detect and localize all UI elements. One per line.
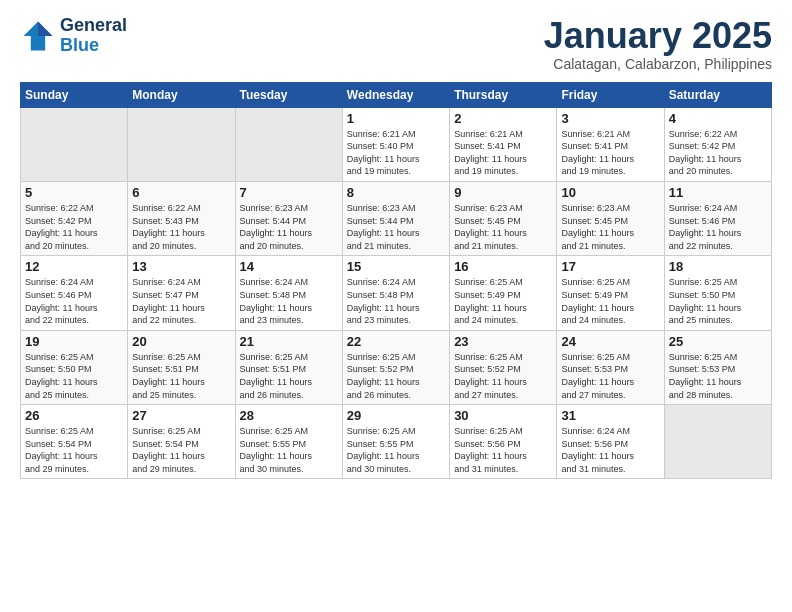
calendar-cell: 1Sunrise: 6:21 AM Sunset: 5:40 PM Daylig… [342,107,449,181]
day-info: Sunrise: 6:24 AM Sunset: 5:56 PM Dayligh… [561,425,659,475]
day-info: Sunrise: 6:24 AM Sunset: 5:48 PM Dayligh… [240,276,338,326]
day-number: 5 [25,185,123,200]
day-number: 10 [561,185,659,200]
day-number: 25 [669,334,767,349]
calendar-cell: 14Sunrise: 6:24 AM Sunset: 5:48 PM Dayli… [235,256,342,330]
location: Calatagan, Calabarzon, Philippines [544,56,772,72]
day-number: 29 [347,408,445,423]
day-info: Sunrise: 6:25 AM Sunset: 5:55 PM Dayligh… [240,425,338,475]
week-row-1: 1Sunrise: 6:21 AM Sunset: 5:40 PM Daylig… [21,107,772,181]
calendar-cell: 17Sunrise: 6:25 AM Sunset: 5:49 PM Dayli… [557,256,664,330]
day-info: Sunrise: 6:23 AM Sunset: 5:45 PM Dayligh… [561,202,659,252]
day-number: 20 [132,334,230,349]
day-number: 6 [132,185,230,200]
day-info: Sunrise: 6:25 AM Sunset: 5:56 PM Dayligh… [454,425,552,475]
day-info: Sunrise: 6:25 AM Sunset: 5:50 PM Dayligh… [25,351,123,401]
svg-marker-1 [38,21,52,35]
day-info: Sunrise: 6:21 AM Sunset: 5:41 PM Dayligh… [454,128,552,178]
day-info: Sunrise: 6:25 AM Sunset: 5:55 PM Dayligh… [347,425,445,475]
day-number: 27 [132,408,230,423]
day-number: 14 [240,259,338,274]
logo-icon [20,18,56,54]
page-header: General Blue January 2025 Calatagan, Cal… [20,16,772,72]
calendar-body: 1Sunrise: 6:21 AM Sunset: 5:40 PM Daylig… [21,107,772,479]
calendar-cell: 7Sunrise: 6:23 AM Sunset: 5:44 PM Daylig… [235,181,342,255]
calendar-cell: 6Sunrise: 6:22 AM Sunset: 5:43 PM Daylig… [128,181,235,255]
calendar-cell: 4Sunrise: 6:22 AM Sunset: 5:42 PM Daylig… [664,107,771,181]
weekday-header-saturday: Saturday [664,82,771,107]
day-number: 22 [347,334,445,349]
day-number: 18 [669,259,767,274]
day-info: Sunrise: 6:25 AM Sunset: 5:53 PM Dayligh… [561,351,659,401]
day-number: 7 [240,185,338,200]
week-row-5: 26Sunrise: 6:25 AM Sunset: 5:54 PM Dayli… [21,405,772,479]
day-number: 13 [132,259,230,274]
day-number: 16 [454,259,552,274]
calendar-cell: 23Sunrise: 6:25 AM Sunset: 5:52 PM Dayli… [450,330,557,404]
day-info: Sunrise: 6:25 AM Sunset: 5:51 PM Dayligh… [240,351,338,401]
calendar-cell: 25Sunrise: 6:25 AM Sunset: 5:53 PM Dayli… [664,330,771,404]
day-number: 11 [669,185,767,200]
day-info: Sunrise: 6:25 AM Sunset: 5:49 PM Dayligh… [561,276,659,326]
calendar-cell: 3Sunrise: 6:21 AM Sunset: 5:41 PM Daylig… [557,107,664,181]
day-info: Sunrise: 6:22 AM Sunset: 5:43 PM Dayligh… [132,202,230,252]
day-number: 3 [561,111,659,126]
calendar-cell: 31Sunrise: 6:24 AM Sunset: 5:56 PM Dayli… [557,405,664,479]
day-info: Sunrise: 6:22 AM Sunset: 5:42 PM Dayligh… [25,202,123,252]
calendar-cell: 16Sunrise: 6:25 AM Sunset: 5:49 PM Dayli… [450,256,557,330]
calendar-cell: 2Sunrise: 6:21 AM Sunset: 5:41 PM Daylig… [450,107,557,181]
day-number: 1 [347,111,445,126]
day-info: Sunrise: 6:24 AM Sunset: 5:48 PM Dayligh… [347,276,445,326]
week-row-3: 12Sunrise: 6:24 AM Sunset: 5:46 PM Dayli… [21,256,772,330]
calendar-table: SundayMondayTuesdayWednesdayThursdayFrid… [20,82,772,480]
day-number: 28 [240,408,338,423]
weekday-header-friday: Friday [557,82,664,107]
day-info: Sunrise: 6:25 AM Sunset: 5:53 PM Dayligh… [669,351,767,401]
day-info: Sunrise: 6:25 AM Sunset: 5:51 PM Dayligh… [132,351,230,401]
logo-text: General Blue [60,16,127,56]
day-info: Sunrise: 6:23 AM Sunset: 5:45 PM Dayligh… [454,202,552,252]
day-number: 12 [25,259,123,274]
calendar-cell [128,107,235,181]
calendar-cell: 8Sunrise: 6:23 AM Sunset: 5:44 PM Daylig… [342,181,449,255]
weekday-header-sunday: Sunday [21,82,128,107]
calendar-cell: 18Sunrise: 6:25 AM Sunset: 5:50 PM Dayli… [664,256,771,330]
calendar-cell: 5Sunrise: 6:22 AM Sunset: 5:42 PM Daylig… [21,181,128,255]
weekday-header-thursday: Thursday [450,82,557,107]
calendar-cell: 26Sunrise: 6:25 AM Sunset: 5:54 PM Dayli… [21,405,128,479]
calendar-cell: 9Sunrise: 6:23 AM Sunset: 5:45 PM Daylig… [450,181,557,255]
day-info: Sunrise: 6:23 AM Sunset: 5:44 PM Dayligh… [240,202,338,252]
calendar-cell: 10Sunrise: 6:23 AM Sunset: 5:45 PM Dayli… [557,181,664,255]
day-number: 24 [561,334,659,349]
day-number: 17 [561,259,659,274]
calendar-cell: 12Sunrise: 6:24 AM Sunset: 5:46 PM Dayli… [21,256,128,330]
day-info: Sunrise: 6:25 AM Sunset: 5:52 PM Dayligh… [347,351,445,401]
weekday-header-monday: Monday [128,82,235,107]
day-number: 30 [454,408,552,423]
calendar-cell [664,405,771,479]
calendar-cell: 19Sunrise: 6:25 AM Sunset: 5:50 PM Dayli… [21,330,128,404]
day-number: 19 [25,334,123,349]
day-info: Sunrise: 6:23 AM Sunset: 5:44 PM Dayligh… [347,202,445,252]
calendar-cell: 21Sunrise: 6:25 AM Sunset: 5:51 PM Dayli… [235,330,342,404]
day-number: 26 [25,408,123,423]
day-number: 31 [561,408,659,423]
weekday-header-tuesday: Tuesday [235,82,342,107]
calendar-cell: 24Sunrise: 6:25 AM Sunset: 5:53 PM Dayli… [557,330,664,404]
day-number: 15 [347,259,445,274]
day-number: 21 [240,334,338,349]
calendar-cell: 11Sunrise: 6:24 AM Sunset: 5:46 PM Dayli… [664,181,771,255]
calendar-cell: 27Sunrise: 6:25 AM Sunset: 5:54 PM Dayli… [128,405,235,479]
logo: General Blue [20,16,127,56]
day-number: 9 [454,185,552,200]
calendar-cell: 30Sunrise: 6:25 AM Sunset: 5:56 PM Dayli… [450,405,557,479]
calendar-cell: 29Sunrise: 6:25 AM Sunset: 5:55 PM Dayli… [342,405,449,479]
day-number: 8 [347,185,445,200]
calendar-cell: 20Sunrise: 6:25 AM Sunset: 5:51 PM Dayli… [128,330,235,404]
weekday-header-row: SundayMondayTuesdayWednesdayThursdayFrid… [21,82,772,107]
calendar-cell: 15Sunrise: 6:24 AM Sunset: 5:48 PM Dayli… [342,256,449,330]
week-row-4: 19Sunrise: 6:25 AM Sunset: 5:50 PM Dayli… [21,330,772,404]
title-block: January 2025 Calatagan, Calabarzon, Phil… [544,16,772,72]
day-info: Sunrise: 6:25 AM Sunset: 5:49 PM Dayligh… [454,276,552,326]
month-title: January 2025 [544,16,772,56]
